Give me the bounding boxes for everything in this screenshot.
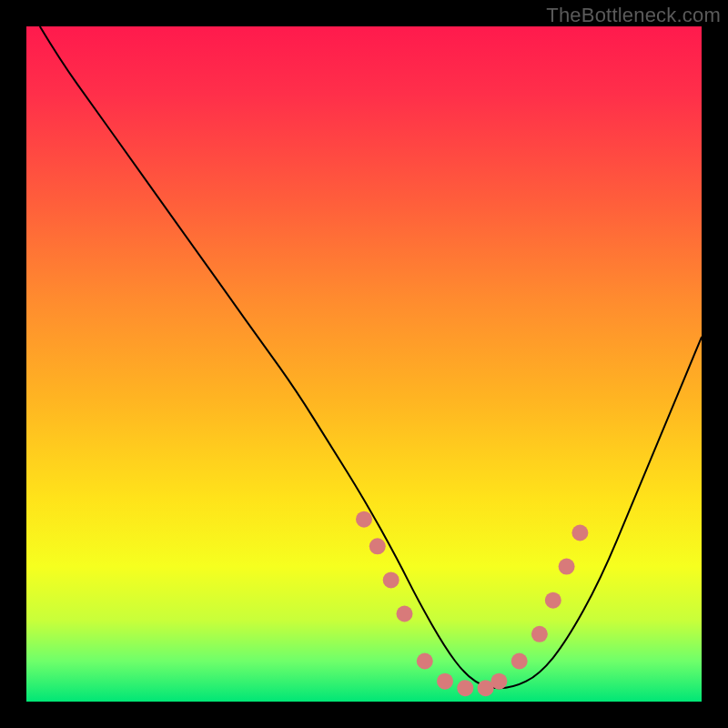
cluster-dot (559, 559, 575, 575)
cluster-dot (490, 673, 507, 690)
chart-svg (26, 26, 702, 702)
cluster-dot (511, 653, 528, 670)
bottleneck-curve (40, 26, 702, 688)
cluster-dot (383, 571, 399, 588)
curve-cluster-dots (356, 511, 588, 697)
cluster-dot (531, 626, 548, 642)
cluster-dot (397, 606, 413, 622)
cluster-dot (545, 592, 561, 609)
cluster-dot (369, 538, 386, 554)
cluster-dot (571, 525, 588, 541)
app-frame: TheBottleneck.com (0, 0, 728, 728)
cluster-dot (457, 680, 473, 696)
cluster-dot (437, 673, 453, 690)
watermark-text: TheBottleneck.com (546, 4, 721, 27)
cluster-dot (356, 511, 372, 528)
cluster-dot (417, 653, 433, 670)
